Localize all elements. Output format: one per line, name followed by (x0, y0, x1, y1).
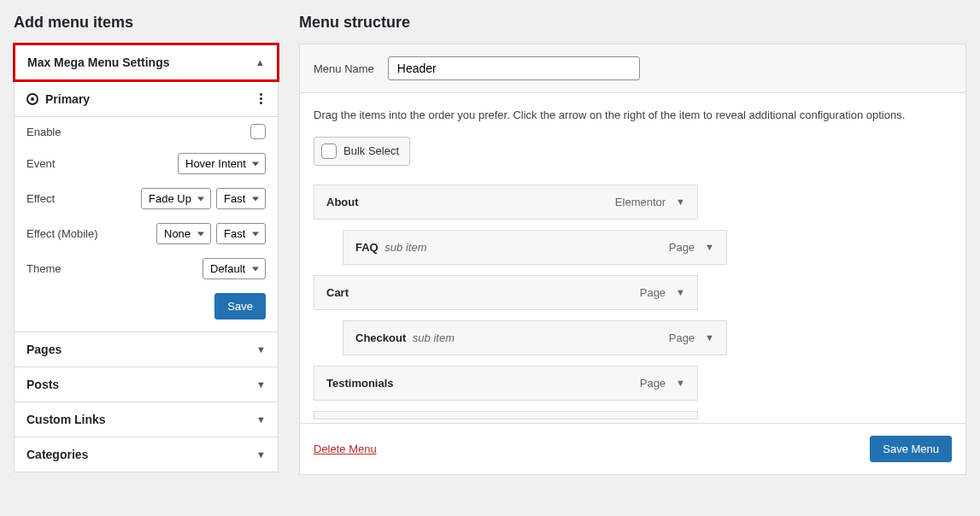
menu-item-type: Page (640, 286, 666, 299)
more-options-icon[interactable] (256, 90, 266, 108)
chevron-down-icon: ▼ (256, 379, 266, 390)
menu-item-title: FAQ (355, 241, 379, 254)
effect-speed-select[interactable]: Fast (216, 188, 266, 209)
posts-accordion[interactable]: Posts ▼ (15, 367, 278, 402)
menu-item-type: Page (640, 377, 666, 390)
pages-accordion[interactable]: Pages ▼ (15, 332, 278, 366)
pages-label: Pages (26, 343, 62, 356)
enable-checkbox[interactable] (250, 124, 266, 139)
chevron-up-icon: ▲ (255, 57, 265, 67)
menu-item-type: Page (669, 331, 695, 344)
categories-accordion[interactable]: Categories ▼ (15, 437, 278, 472)
setting-event: Event Hover Intent (15, 146, 278, 181)
bulk-select-button[interactable]: Bulk Select (314, 137, 410, 166)
menu-item-cart[interactable]: Cart Page ▼ (314, 275, 698, 310)
menu-item-title: Cart (326, 286, 349, 299)
event-label: Event (26, 157, 55, 170)
menu-item-faq[interactable]: FAQ sub item Page ▼ (343, 230, 727, 265)
menu-item-about[interactable]: About Elementor ▼ (314, 185, 698, 220)
effect-label: Effect (26, 192, 55, 205)
chevron-down-icon[interactable]: ▼ (705, 242, 714, 252)
theme-label: Theme (26, 262, 61, 275)
menu-name-input[interactable] (388, 56, 640, 80)
setting-effect: Effect Fade Up Fast (15, 181, 278, 216)
menu-name-label: Menu Name (314, 62, 374, 75)
chevron-down-icon[interactable]: ▼ (676, 287, 685, 297)
mega-menu-metabox: Max Mega Menu Settings ▲ Primary Enable (15, 43, 278, 332)
menu-item-testimonials[interactable]: Testimonials Page ▼ (314, 366, 698, 401)
effect-mobile-select[interactable]: None (156, 223, 211, 244)
custom-links-label: Custom Links (26, 413, 106, 426)
location-pin-icon (26, 93, 38, 105)
menu-item-title: Checkout (355, 331, 406, 344)
metabox-holder: Max Mega Menu Settings ▲ Primary Enable (14, 44, 279, 472)
event-select[interactable]: Hover Intent (178, 153, 266, 174)
enable-label: Enable (26, 126, 61, 138)
chevron-down-icon[interactable]: ▼ (676, 196, 685, 207)
add-menu-items-heading: Add menu items (14, 14, 279, 32)
chevron-down-icon[interactable]: ▼ (705, 332, 714, 343)
menu-item-checkout[interactable]: Checkout sub item Page ▼ (343, 320, 727, 355)
effect-mobile-label: Effect (Mobile) (26, 227, 98, 240)
custom-links-accordion[interactable]: Custom Links ▼ (15, 402, 278, 437)
location-label: Primary (45, 92, 90, 106)
bulk-select-label: Bulk Select (343, 144, 399, 157)
menu-item-type: Elementor (615, 196, 666, 208)
mega-menu-title: Max Mega Menu Settings (27, 56, 169, 69)
menu-item-cutoff[interactable] (314, 411, 698, 419)
menu-location-row[interactable]: Primary (15, 80, 278, 116)
setting-theme: Theme Default (15, 251, 278, 286)
mega-menu-header[interactable]: Max Mega Menu Settings ▲ (13, 43, 279, 82)
menu-frame: Menu Name Drag the items into the order … (299, 44, 966, 475)
menu-item-type: Page (669, 241, 695, 254)
setting-effect-mobile: Effect (Mobile) None Fast (15, 216, 278, 251)
categories-label: Categories (26, 448, 88, 461)
chevron-down-icon: ▼ (256, 449, 266, 460)
menu-structure-heading: Menu structure (299, 14, 966, 32)
sub-item-tag: sub item (413, 331, 455, 344)
menu-item-title: About (326, 196, 359, 208)
posts-label: Posts (26, 378, 59, 391)
chevron-down-icon: ▼ (256, 414, 266, 425)
sub-item-tag: sub item (384, 241, 426, 254)
menu-item-title: Testimonials (326, 377, 394, 390)
chevron-down-icon: ▼ (256, 344, 266, 355)
drag-instructions: Drag the items into the order you prefer… (314, 107, 952, 125)
bulk-select-checkbox[interactable] (321, 144, 337, 159)
delete-menu-link[interactable]: Delete Menu (314, 443, 377, 455)
effect-mobile-speed-select[interactable]: Fast (216, 223, 266, 244)
mega-menu-save-button[interactable]: Save (214, 293, 266, 320)
effect-select[interactable]: Fade Up (141, 188, 211, 209)
theme-select[interactable]: Default (202, 258, 266, 279)
chevron-down-icon[interactable]: ▼ (676, 378, 685, 388)
menu-items-list: About Elementor ▼ FAQ sub item P (314, 185, 952, 423)
save-menu-button[interactable]: Save Menu (870, 436, 952, 462)
setting-enable: Enable (15, 117, 278, 146)
